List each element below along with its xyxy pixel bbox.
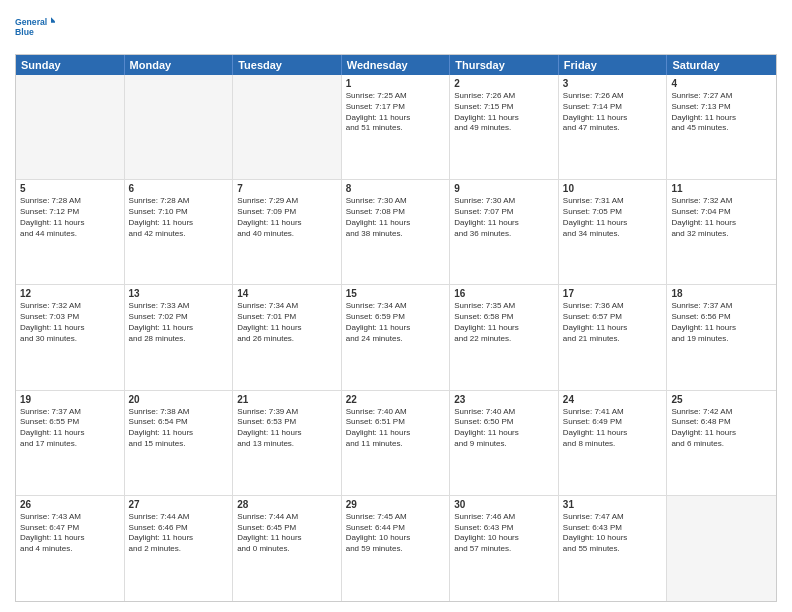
calendar-cell: 15Sunrise: 7:34 AM Sunset: 6:59 PM Dayli… bbox=[342, 285, 451, 389]
svg-text:General: General bbox=[15, 17, 47, 27]
day-info: Sunrise: 7:32 AM Sunset: 7:04 PM Dayligh… bbox=[671, 196, 772, 239]
day-number: 19 bbox=[20, 394, 120, 405]
day-number: 22 bbox=[346, 394, 446, 405]
calendar-cell: 29Sunrise: 7:45 AM Sunset: 6:44 PM Dayli… bbox=[342, 496, 451, 601]
day-number: 13 bbox=[129, 288, 229, 299]
calendar-week-5: 26Sunrise: 7:43 AM Sunset: 6:47 PM Dayli… bbox=[16, 496, 776, 601]
calendar-cell: 22Sunrise: 7:40 AM Sunset: 6:51 PM Dayli… bbox=[342, 391, 451, 495]
calendar-cell: 3Sunrise: 7:26 AM Sunset: 7:14 PM Daylig… bbox=[559, 75, 668, 179]
day-number: 1 bbox=[346, 78, 446, 89]
day-number: 11 bbox=[671, 183, 772, 194]
calendar-cell: 18Sunrise: 7:37 AM Sunset: 6:56 PM Dayli… bbox=[667, 285, 776, 389]
calendar-cell: 14Sunrise: 7:34 AM Sunset: 7:01 PM Dayli… bbox=[233, 285, 342, 389]
day-number: 28 bbox=[237, 499, 337, 510]
day-number: 2 bbox=[454, 78, 554, 89]
calendar-cell: 26Sunrise: 7:43 AM Sunset: 6:47 PM Dayli… bbox=[16, 496, 125, 601]
calendar-cell: 9Sunrise: 7:30 AM Sunset: 7:07 PM Daylig… bbox=[450, 180, 559, 284]
calendar-cell: 21Sunrise: 7:39 AM Sunset: 6:53 PM Dayli… bbox=[233, 391, 342, 495]
day-info: Sunrise: 7:35 AM Sunset: 6:58 PM Dayligh… bbox=[454, 301, 554, 344]
day-number: 5 bbox=[20, 183, 120, 194]
calendar-week-4: 19Sunrise: 7:37 AM Sunset: 6:55 PM Dayli… bbox=[16, 391, 776, 496]
day-info: Sunrise: 7:29 AM Sunset: 7:09 PM Dayligh… bbox=[237, 196, 337, 239]
day-info: Sunrise: 7:42 AM Sunset: 6:48 PM Dayligh… bbox=[671, 407, 772, 450]
calendar-cell: 24Sunrise: 7:41 AM Sunset: 6:49 PM Dayli… bbox=[559, 391, 668, 495]
header-day-tuesday: Tuesday bbox=[233, 55, 342, 75]
day-info: Sunrise: 7:32 AM Sunset: 7:03 PM Dayligh… bbox=[20, 301, 120, 344]
day-info: Sunrise: 7:44 AM Sunset: 6:46 PM Dayligh… bbox=[129, 512, 229, 555]
day-number: 26 bbox=[20, 499, 120, 510]
day-info: Sunrise: 7:28 AM Sunset: 7:10 PM Dayligh… bbox=[129, 196, 229, 239]
calendar-cell: 17Sunrise: 7:36 AM Sunset: 6:57 PM Dayli… bbox=[559, 285, 668, 389]
day-info: Sunrise: 7:33 AM Sunset: 7:02 PM Dayligh… bbox=[129, 301, 229, 344]
day-info: Sunrise: 7:45 AM Sunset: 6:44 PM Dayligh… bbox=[346, 512, 446, 555]
day-info: Sunrise: 7:43 AM Sunset: 6:47 PM Dayligh… bbox=[20, 512, 120, 555]
day-info: Sunrise: 7:40 AM Sunset: 6:50 PM Dayligh… bbox=[454, 407, 554, 450]
calendar-cell: 19Sunrise: 7:37 AM Sunset: 6:55 PM Dayli… bbox=[16, 391, 125, 495]
day-number: 6 bbox=[129, 183, 229, 194]
day-number: 29 bbox=[346, 499, 446, 510]
calendar-cell: 10Sunrise: 7:31 AM Sunset: 7:05 PM Dayli… bbox=[559, 180, 668, 284]
calendar-cell: 8Sunrise: 7:30 AM Sunset: 7:08 PM Daylig… bbox=[342, 180, 451, 284]
day-info: Sunrise: 7:44 AM Sunset: 6:45 PM Dayligh… bbox=[237, 512, 337, 555]
day-info: Sunrise: 7:26 AM Sunset: 7:14 PM Dayligh… bbox=[563, 91, 663, 134]
calendar-header: SundayMondayTuesdayWednesdayThursdayFrid… bbox=[16, 55, 776, 75]
day-info: Sunrise: 7:30 AM Sunset: 7:07 PM Dayligh… bbox=[454, 196, 554, 239]
day-info: Sunrise: 7:47 AM Sunset: 6:43 PM Dayligh… bbox=[563, 512, 663, 555]
day-number: 25 bbox=[671, 394, 772, 405]
day-info: Sunrise: 7:27 AM Sunset: 7:13 PM Dayligh… bbox=[671, 91, 772, 134]
calendar-week-1: 1Sunrise: 7:25 AM Sunset: 7:17 PM Daylig… bbox=[16, 75, 776, 180]
day-number: 21 bbox=[237, 394, 337, 405]
calendar-cell: 20Sunrise: 7:38 AM Sunset: 6:54 PM Dayli… bbox=[125, 391, 234, 495]
day-info: Sunrise: 7:39 AM Sunset: 6:53 PM Dayligh… bbox=[237, 407, 337, 450]
day-info: Sunrise: 7:28 AM Sunset: 7:12 PM Dayligh… bbox=[20, 196, 120, 239]
day-info: Sunrise: 7:31 AM Sunset: 7:05 PM Dayligh… bbox=[563, 196, 663, 239]
day-info: Sunrise: 7:46 AM Sunset: 6:43 PM Dayligh… bbox=[454, 512, 554, 555]
calendar: SundayMondayTuesdayWednesdayThursdayFrid… bbox=[15, 54, 777, 602]
calendar-cell: 23Sunrise: 7:40 AM Sunset: 6:50 PM Dayli… bbox=[450, 391, 559, 495]
calendar-cell: 16Sunrise: 7:35 AM Sunset: 6:58 PM Dayli… bbox=[450, 285, 559, 389]
calendar-cell: 27Sunrise: 7:44 AM Sunset: 6:46 PM Dayli… bbox=[125, 496, 234, 601]
day-number: 14 bbox=[237, 288, 337, 299]
day-number: 15 bbox=[346, 288, 446, 299]
calendar-cell bbox=[667, 496, 776, 601]
day-number: 23 bbox=[454, 394, 554, 405]
day-number: 30 bbox=[454, 499, 554, 510]
calendar-cell: 31Sunrise: 7:47 AM Sunset: 6:43 PM Dayli… bbox=[559, 496, 668, 601]
day-info: Sunrise: 7:37 AM Sunset: 6:56 PM Dayligh… bbox=[671, 301, 772, 344]
day-info: Sunrise: 7:40 AM Sunset: 6:51 PM Dayligh… bbox=[346, 407, 446, 450]
day-number: 18 bbox=[671, 288, 772, 299]
day-number: 24 bbox=[563, 394, 663, 405]
day-info: Sunrise: 7:26 AM Sunset: 7:15 PM Dayligh… bbox=[454, 91, 554, 134]
calendar-cell: 7Sunrise: 7:29 AM Sunset: 7:09 PM Daylig… bbox=[233, 180, 342, 284]
logo: General Blue bbox=[15, 10, 55, 46]
logo-svg: General Blue bbox=[15, 10, 55, 46]
day-number: 8 bbox=[346, 183, 446, 194]
calendar-cell: 11Sunrise: 7:32 AM Sunset: 7:04 PM Dayli… bbox=[667, 180, 776, 284]
svg-marker-2 bbox=[51, 17, 55, 22]
header-day-sunday: Sunday bbox=[16, 55, 125, 75]
calendar-body: 1Sunrise: 7:25 AM Sunset: 7:17 PM Daylig… bbox=[16, 75, 776, 601]
header-day-thursday: Thursday bbox=[450, 55, 559, 75]
header-day-monday: Monday bbox=[125, 55, 234, 75]
header-day-saturday: Saturday bbox=[667, 55, 776, 75]
calendar-cell: 13Sunrise: 7:33 AM Sunset: 7:02 PM Dayli… bbox=[125, 285, 234, 389]
day-number: 9 bbox=[454, 183, 554, 194]
day-number: 7 bbox=[237, 183, 337, 194]
day-number: 10 bbox=[563, 183, 663, 194]
header-day-wednesday: Wednesday bbox=[342, 55, 451, 75]
day-number: 12 bbox=[20, 288, 120, 299]
day-number: 31 bbox=[563, 499, 663, 510]
svg-text:Blue: Blue bbox=[15, 27, 34, 37]
day-number: 16 bbox=[454, 288, 554, 299]
header-day-friday: Friday bbox=[559, 55, 668, 75]
calendar-cell bbox=[16, 75, 125, 179]
calendar-cell: 1Sunrise: 7:25 AM Sunset: 7:17 PM Daylig… bbox=[342, 75, 451, 179]
calendar-cell: 6Sunrise: 7:28 AM Sunset: 7:10 PM Daylig… bbox=[125, 180, 234, 284]
day-number: 3 bbox=[563, 78, 663, 89]
day-info: Sunrise: 7:25 AM Sunset: 7:17 PM Dayligh… bbox=[346, 91, 446, 134]
calendar-cell bbox=[233, 75, 342, 179]
calendar-cell bbox=[125, 75, 234, 179]
calendar-cell: 25Sunrise: 7:42 AM Sunset: 6:48 PM Dayli… bbox=[667, 391, 776, 495]
day-number: 17 bbox=[563, 288, 663, 299]
day-info: Sunrise: 7:38 AM Sunset: 6:54 PM Dayligh… bbox=[129, 407, 229, 450]
